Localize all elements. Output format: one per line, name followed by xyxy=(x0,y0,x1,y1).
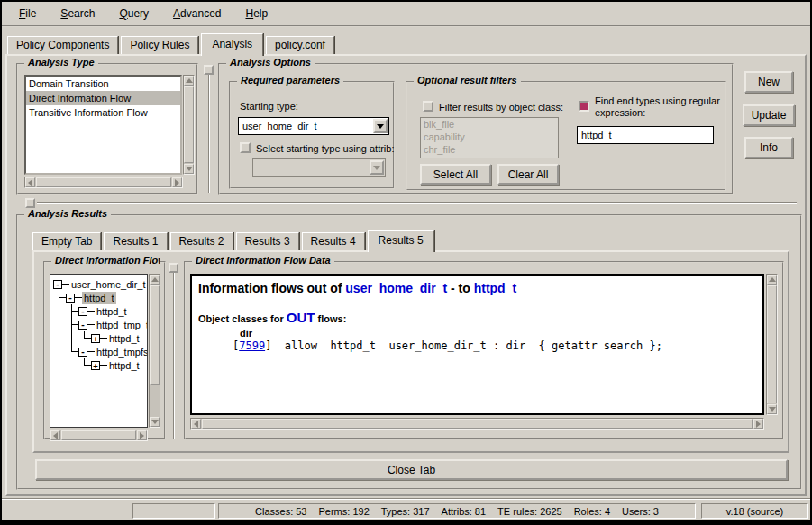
tree-row: +httpd_t xyxy=(53,358,147,372)
dropdown-arrow-icon[interactable] xyxy=(373,119,388,133)
scrollbar-thumb[interactable] xyxy=(150,285,160,385)
menu-query[interactable]: Query xyxy=(111,5,157,22)
tree-row: -httpd_tmpfs_t xyxy=(53,345,147,358)
tree-connector xyxy=(53,291,66,304)
dropdown-arrow-icon xyxy=(370,160,384,175)
attrib-checkbox-label[interactable]: Select starting type using attrib: xyxy=(256,143,394,154)
results-tab-results-4[interactable]: Results 4 xyxy=(302,232,365,250)
scrollbar-thumb[interactable] xyxy=(36,177,171,187)
tree-collapse-icon[interactable]: - xyxy=(78,321,87,330)
tree-vscrollbar[interactable] xyxy=(149,274,160,428)
tab-policy-components[interactable]: Policy Components xyxy=(7,36,118,54)
attrib-checkbox[interactable] xyxy=(240,142,251,153)
object-class-checkbox-label[interactable]: Filter results by object class: xyxy=(439,102,563,113)
scroll-up-icon[interactable] xyxy=(150,275,160,285)
object-class-checkbox[interactable] xyxy=(423,101,433,112)
regex-input[interactable]: httpd_t xyxy=(577,126,714,144)
results-tab-results-2[interactable]: Results 2 xyxy=(170,232,233,250)
tab-analysis[interactable]: Analysis xyxy=(201,33,263,56)
close-tab-button[interactable]: Close Tab xyxy=(35,459,788,480)
tree-collapse-icon[interactable]: - xyxy=(53,280,62,289)
scroll-down-icon[interactable] xyxy=(767,404,777,414)
results-pane-sash-handle[interactable] xyxy=(169,263,178,273)
tree-connector xyxy=(78,358,91,372)
tree-collapse-icon[interactable]: - xyxy=(78,348,87,357)
results-tab-results-1[interactable]: Results 1 xyxy=(104,232,167,250)
tree-connector xyxy=(66,304,78,318)
tree-node-label[interactable]: httpd_t xyxy=(107,359,141,372)
analysis-results-title: Analysis Results xyxy=(24,208,111,219)
tree-node-label[interactable]: httpd_tmpfs_t xyxy=(95,346,148,358)
select-all-button[interactable]: Select All xyxy=(420,164,491,185)
list-item[interactable]: Domain Transition xyxy=(26,77,180,91)
tree-connector xyxy=(66,358,78,372)
data-vscrollbar[interactable] xyxy=(766,274,778,415)
tree-expand-icon[interactable]: + xyxy=(91,334,100,343)
analysis-type-hscrollbar[interactable] xyxy=(24,177,183,188)
tree-node-label[interactable]: httpd_t xyxy=(82,292,116,304)
scrollbar-thumb[interactable] xyxy=(184,86,194,163)
results-tab-results-5[interactable]: Results 5 xyxy=(368,230,434,252)
results-tab-empty-tab[interactable]: Empty Tab xyxy=(32,232,101,250)
new-button[interactable]: New xyxy=(744,71,793,93)
tree-expand-icon[interactable]: + xyxy=(91,361,100,370)
tree-node-label[interactable]: httpd_t xyxy=(107,332,141,345)
object-class-listbox: blk_filecapabilitychr_file xyxy=(420,117,559,158)
top-pane-sash[interactable] xyxy=(208,67,210,193)
scrollbar-thumb[interactable] xyxy=(61,430,136,440)
tree-connector xyxy=(66,331,78,345)
flow-data-textarea[interactable]: Information flows out of user_home_dir_t… xyxy=(190,274,764,415)
tree-node-label[interactable]: httpd_tmp_t xyxy=(95,319,148,331)
info-button[interactable]: Info xyxy=(744,137,793,158)
tree-collapse-icon[interactable]: - xyxy=(66,294,75,303)
scroll-left-icon[interactable] xyxy=(191,419,201,429)
menu-search[interactable]: Search xyxy=(52,5,103,22)
results-tab-results-3[interactable]: Results 3 xyxy=(236,232,299,250)
attrib-combobox xyxy=(252,158,386,177)
scrollbar-thumb[interactable] xyxy=(767,285,777,403)
scroll-left-icon[interactable] xyxy=(50,430,60,440)
menu-file[interactable]: File xyxy=(11,5,44,22)
regex-checkbox-label-line2[interactable]: expression: xyxy=(595,107,645,118)
scroll-right-icon[interactable] xyxy=(753,419,763,429)
clear-all-button[interactable]: Clear All xyxy=(497,164,559,185)
analysis-type-listbox[interactable]: Domain TransitionDirect Information Flow… xyxy=(24,75,182,175)
tree-connector xyxy=(53,304,66,318)
tree-node-label[interactable]: user_home_dir_t xyxy=(69,278,148,291)
main-pane-sash[interactable] xyxy=(37,202,797,204)
statusbar-empty-panel xyxy=(132,503,215,519)
regex-checkbox[interactable] xyxy=(579,101,589,112)
menu-help[interactable]: Help xyxy=(237,5,276,22)
attrib-value xyxy=(253,159,385,161)
scroll-right-icon[interactable] xyxy=(172,177,182,187)
analysis-type-vscrollbar[interactable] xyxy=(183,75,195,175)
scroll-up-icon[interactable] xyxy=(184,76,194,86)
scroll-up-icon[interactable] xyxy=(767,275,777,285)
scroll-left-icon[interactable] xyxy=(25,177,35,187)
results-pane-sash[interactable] xyxy=(173,263,175,439)
scroll-down-icon[interactable] xyxy=(150,417,160,427)
rule-id-link[interactable]: 7599 xyxy=(239,339,265,352)
main-pane-sash-handle[interactable] xyxy=(25,198,35,208)
regex-checkbox-label-line1[interactable]: Find end types using regular xyxy=(595,95,720,106)
flow-tree[interactable]: -user_home_dir_t-httpd_t-httpd_t-httpd_t… xyxy=(50,274,148,428)
tree-node-label[interactable]: httpd_t xyxy=(95,305,129,318)
analysis-results-frame: Analysis Results Empty TabResults 1Resul… xyxy=(16,214,802,490)
flow-tree-frame: Direct Information Flow 1 -user_home_dir… xyxy=(43,261,166,439)
tree-connector xyxy=(53,318,66,331)
data-hscrollbar[interactable] xyxy=(190,418,764,430)
list-item[interactable]: Direct Information Flow xyxy=(26,91,180,105)
update-button[interactable]: Update xyxy=(743,104,795,126)
scrollbar-thumb[interactable] xyxy=(202,419,753,429)
top-pane-sash-handle[interactable] xyxy=(204,65,214,75)
menu-advanced[interactable]: Advanced xyxy=(165,5,229,22)
tree-connector xyxy=(87,311,95,312)
scroll-down-icon[interactable] xyxy=(184,164,194,174)
tab-policy-rules[interactable]: Policy Rules xyxy=(121,36,198,54)
starting-type-combobox[interactable]: user_home_dir_t xyxy=(238,117,389,135)
list-item[interactable]: Transitive Information Flow xyxy=(26,105,180,120)
tree-collapse-icon[interactable]: - xyxy=(78,307,87,316)
tab-policy-conf[interactable]: policy.conf xyxy=(266,36,334,54)
tree-hscrollbar[interactable] xyxy=(50,430,148,441)
scroll-right-icon[interactable] xyxy=(137,430,147,440)
